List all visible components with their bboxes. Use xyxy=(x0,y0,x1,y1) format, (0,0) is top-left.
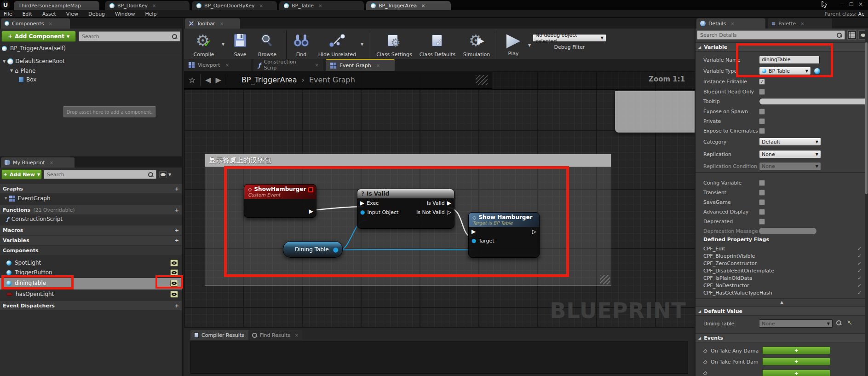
event-graph-row[interactable]: ▼ EventGraph xyxy=(5,195,51,202)
play-options-caret[interactable]: ▼ xyxy=(528,43,531,47)
tree-expand-icon[interactable]: ▼ xyxy=(3,59,6,64)
menu-debug[interactable]: Debug xyxy=(88,11,105,17)
my-blueprint-search-input[interactable]: Search xyxy=(44,170,156,179)
variable-name-field[interactable]: diningTable xyxy=(759,56,820,64)
close-icon[interactable]: × xyxy=(225,63,229,68)
debug-filter-dropdown[interactable]: No debug object selected ▼ xyxy=(533,34,606,42)
components-search-input[interactable]: Search xyxy=(79,31,180,41)
add-component-button[interactable]: + Add Component ▼ xyxy=(1,31,76,42)
close-window-icon[interactable]: × xyxy=(858,1,863,7)
menu-view[interactable]: View xyxy=(66,11,78,17)
asset-tab-bp-triggerarea[interactable]: BP_TriggerArea × xyxy=(366,1,451,10)
tab-construction-script[interactable]: ƒ Construction Scrip × xyxy=(253,59,323,71)
details-scrollbar[interactable] xyxy=(865,29,868,376)
save-button[interactable]: Save xyxy=(228,30,252,58)
find-button[interactable]: Find xyxy=(291,30,312,58)
event-dispatchers-header[interactable]: Event Dispatchers + xyxy=(0,301,182,310)
asset-tab-bp-table[interactable]: BP_Table × xyxy=(279,1,364,10)
component-row-box[interactable]: Box xyxy=(18,76,36,83)
components-tab[interactable]: Components × xyxy=(1,18,70,29)
close-icon[interactable]: × xyxy=(49,21,52,26)
node-variable-dining-table[interactable]: Dining Table ● xyxy=(283,241,343,258)
compiler-results-content[interactable] xyxy=(190,341,688,374)
close-icon[interactable]: × xyxy=(50,160,53,165)
breakpoint-box[interactable] xyxy=(308,187,313,192)
tab-viewport[interactable]: Viewport × xyxy=(184,59,251,71)
advanced-display-checkbox[interactable] xyxy=(759,209,765,215)
savegame-checkbox[interactable] xyxy=(759,199,765,205)
menu-asset[interactable]: Asset xyxy=(42,11,56,17)
variable-row-diningtable[interactable]: diningTable xyxy=(6,280,46,286)
add-on-take-point-damage-button[interactable]: + xyxy=(762,358,830,365)
exec-in-pin[interactable]: ▶ xyxy=(360,200,364,206)
default-value-section-header[interactable]: ◢ Default Value xyxy=(696,307,868,316)
close-icon[interactable]: × xyxy=(800,21,804,26)
menu-window[interactable]: Window xyxy=(115,11,135,17)
close-icon[interactable]: × xyxy=(730,21,734,26)
find-results-tab[interactable]: Find Results × xyxy=(248,330,302,340)
my-blueprint-tab[interactable]: My Blueprint × xyxy=(1,157,75,168)
class-settings-button[interactable]: ⚙ Class Settings xyxy=(374,30,414,58)
node-custom-event-showhamburger[interactable]: ◇ShowHamburger Custom Event ▶ xyxy=(244,184,316,218)
close-icon[interactable]: × xyxy=(259,3,263,8)
minimize-icon[interactable]: — xyxy=(840,1,844,6)
container-type-icon[interactable] xyxy=(814,68,820,74)
expose-to-cinematics-checkbox[interactable] xyxy=(759,128,765,134)
deprecated-checkbox[interactable] xyxy=(759,219,765,225)
collapse-strip[interactable]: ▲ xyxy=(696,298,868,304)
instance-editable-checkbox[interactable]: ✓ xyxy=(759,79,765,85)
exec-out-pin[interactable]: ▶ xyxy=(309,208,313,214)
scrollbar-thumb[interactable] xyxy=(865,42,868,194)
close-icon[interactable]: × xyxy=(315,63,319,68)
add-macro-button[interactable]: + xyxy=(175,227,179,233)
node-is-valid[interactable]: ?Is Valid ▶Exec Is Valid▶ ●Input Object … xyxy=(357,189,454,229)
tab-event-graph[interactable]: Event Graph × xyxy=(326,59,395,71)
exec-in-pin[interactable]: ▶ xyxy=(471,228,476,235)
menu-edit[interactable]: Edit xyxy=(22,11,32,17)
exec-out-pin[interactable]: ▷ xyxy=(532,228,536,235)
hide-unrelated-button[interactable]: Hide Unrelated xyxy=(316,30,359,58)
property-matrix-button[interactable] xyxy=(847,30,857,40)
class-defaults-button[interactable]: ✓ Class Defaults xyxy=(418,30,457,58)
event-graph-canvas[interactable]: Zoom 1:1 ☆ ◀ ▶ BP_TriggerArea › Event Gr… xyxy=(184,71,695,327)
tree-expand-icon[interactable]: ▼ xyxy=(10,69,13,73)
input-object-pin[interactable]: ● xyxy=(360,209,365,215)
variable-row-triggerbutton[interactable]: TriggerButton xyxy=(6,269,52,276)
close-icon[interactable]: × xyxy=(152,3,156,8)
is-not-valid-out-pin[interactable]: ▷ xyxy=(447,209,451,215)
functions-section-header[interactable]: Functions (21 Overridable) + xyxy=(0,205,182,214)
is-valid-out-pin[interactable]: ▶ xyxy=(447,200,451,206)
blueprint-read-only-checkbox[interactable] xyxy=(759,89,765,95)
eye-icon-triggerbutton[interactable] xyxy=(170,269,178,276)
eye-icon-spotlight[interactable] xyxy=(170,260,178,266)
components-category-header[interactable]: Components xyxy=(0,246,182,255)
tooltip-field[interactable] xyxy=(759,98,868,105)
simulation-button[interactable]: ⚙▶ Simulation xyxy=(460,30,493,58)
add-variable-button[interactable]: + xyxy=(175,237,179,243)
compile-button[interactable]: ⚙✓ Compile xyxy=(188,30,220,58)
add-on-take-any-damage-button[interactable]: + xyxy=(762,347,830,354)
variable-out-pin[interactable]: ● xyxy=(333,246,339,253)
component-row-plane[interactable]: ▼ ⌂ Plane xyxy=(10,67,35,74)
add-graph-button[interactable]: + xyxy=(175,186,179,192)
toolbar-tab[interactable]: Toolbar × xyxy=(185,18,240,29)
close-icon[interactable]: × xyxy=(376,63,380,68)
palette-tab[interactable]: ≡ Palette × xyxy=(768,18,832,29)
add-function-button[interactable]: + xyxy=(175,207,179,213)
replication-dropdown[interactable]: None▼ xyxy=(759,150,821,158)
play-button[interactable]: ▶ Play xyxy=(500,29,526,57)
graphs-section-header[interactable]: Graphs + xyxy=(0,184,182,193)
menu-help[interactable]: Help xyxy=(145,11,156,17)
variable-section-header[interactable]: ◢ Variable xyxy=(696,42,868,52)
target-pin[interactable]: ● xyxy=(471,237,476,244)
variable-row-spotlight[interactable]: SpotLight xyxy=(6,260,41,266)
menu-file[interactable]: File xyxy=(4,11,12,17)
tree-expand-icon[interactable]: ▼ xyxy=(5,197,7,200)
add-new-button[interactable]: + Add New ▼ xyxy=(1,169,42,179)
close-icon[interactable]: × xyxy=(295,333,299,338)
use-selected-icon[interactable]: ↖ xyxy=(847,319,852,326)
config-variable-checkbox[interactable] xyxy=(759,180,765,186)
dining-table-asset-dropdown[interactable]: None▼ xyxy=(759,319,833,328)
compile-options-caret[interactable]: ▼ xyxy=(222,42,224,46)
add-event-button-partial[interactable]: + xyxy=(762,370,830,376)
